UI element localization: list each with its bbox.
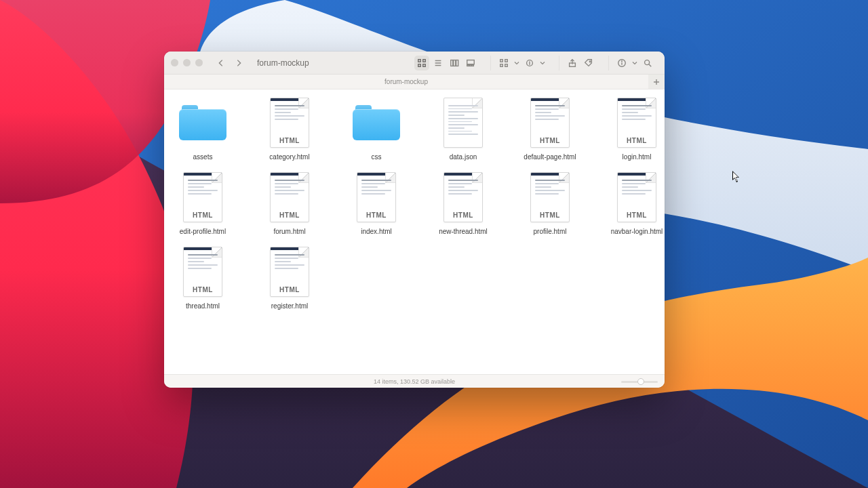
list-view-button[interactable] — [431, 56, 446, 70]
window-title: forum-mockup — [257, 58, 309, 68]
svg-rect-14 — [472, 64, 474, 66]
folder-item[interactable]: assets — [170, 96, 236, 161]
chevron-down-icon[interactable] — [513, 56, 521, 70]
item-label: data.json — [450, 153, 477, 161]
file-item[interactable]: HTMLlogin.html — [604, 96, 665, 161]
item-label: profile.html — [534, 228, 567, 236]
item-label: css — [372, 153, 382, 161]
item-label: assets — [193, 153, 213, 161]
file-icon — [437, 96, 490, 149]
item-label: index.html — [361, 228, 392, 236]
minimize-button[interactable] — [183, 59, 191, 66]
svg-rect-13 — [469, 64, 471, 66]
file-icon: HTML — [263, 171, 316, 224]
file-icon: HTML — [610, 96, 663, 149]
window-controls — [171, 59, 203, 66]
view-switcher — [412, 56, 481, 70]
svg-rect-12 — [467, 64, 469, 66]
tag-button[interactable] — [581, 56, 596, 70]
file-item[interactable]: HTMLcategory.html — [256, 96, 323, 161]
svg-rect-8 — [451, 60, 453, 66]
tab-current[interactable]: forum-mockup — [164, 75, 648, 89]
icon-size-slider[interactable] — [621, 378, 658, 386]
file-icon: HTML — [176, 245, 229, 298]
status-text: 14 items, 130.52 GB available — [374, 378, 455, 385]
svg-rect-4 — [423, 64, 426, 66]
svg-rect-15 — [500, 59, 503, 62]
file-item[interactable]: HTMLindex.html — [343, 171, 410, 236]
finder-window: forum-mockup — [164, 52, 665, 388]
status-bar: 14 items, 130.52 GB available — [164, 374, 665, 388]
back-button[interactable] — [214, 56, 229, 70]
group-by-button[interactable] — [496, 56, 511, 70]
folder-icon — [176, 96, 229, 149]
svg-rect-9 — [454, 60, 456, 66]
file-item[interactable]: HTMLdefault-page.html — [517, 96, 583, 161]
tab-bar: forum-mockup — [164, 75, 665, 89]
svg-line-28 — [649, 64, 652, 66]
file-icon: HTML — [610, 171, 663, 224]
file-item[interactable]: HTMLforum.html — [256, 171, 323, 236]
file-icon: HTML — [176, 171, 229, 224]
file-icon: HTML — [524, 96, 576, 149]
column-view-button[interactable] — [447, 56, 462, 70]
file-icon: HTML — [437, 171, 490, 224]
forward-button[interactable] — [231, 56, 246, 70]
folder-icon — [350, 96, 403, 149]
svg-rect-17 — [500, 64, 503, 66]
file-item[interactable]: HTMLregister.html — [256, 245, 323, 310]
svg-rect-1 — [418, 59, 421, 62]
chevron-down-icon[interactable] — [631, 56, 639, 70]
file-icon: HTML — [263, 245, 316, 298]
item-label: thread.html — [186, 302, 220, 310]
folder-item[interactable]: css — [343, 96, 410, 161]
close-button[interactable] — [171, 59, 178, 66]
icon-view-button[interactable] — [414, 56, 429, 70]
svg-rect-10 — [456, 60, 458, 66]
file-icon: HTML — [524, 171, 576, 224]
desktop: forum-mockup — [0, 0, 868, 488]
item-label: edit-profile.html — [180, 228, 226, 236]
svg-point-26 — [622, 60, 623, 61]
file-item[interactable]: HTMLthread.html — [170, 245, 236, 310]
search-button[interactable] — [640, 56, 655, 70]
file-item[interactable]: HTMLnew-thread.html — [430, 171, 496, 236]
file-icon: HTML — [350, 171, 403, 224]
titlebar: forum-mockup — [164, 52, 665, 75]
svg-rect-16 — [505, 59, 508, 62]
info-button[interactable] — [614, 56, 629, 70]
chevron-down-icon[interactable] — [538, 56, 547, 70]
svg-rect-11 — [467, 60, 475, 64]
svg-point-27 — [645, 60, 650, 64]
file-item[interactable]: HTMLedit-profile.html — [170, 171, 236, 236]
share-button[interactable] — [565, 56, 580, 70]
item-label: forum.html — [273, 228, 305, 236]
item-label: new-thread.html — [439, 228, 488, 236]
action-menu-button[interactable] — [522, 56, 537, 70]
gallery-view-button[interactable] — [463, 56, 478, 70]
file-item[interactable]: HTMLnavbar-login.html — [604, 171, 665, 236]
file-item[interactable]: HTMLprofile.html — [517, 171, 583, 236]
svg-rect-2 — [423, 59, 426, 62]
file-icon: HTML — [263, 96, 316, 149]
item-label: default-page.html — [524, 153, 576, 161]
new-tab-button[interactable] — [648, 75, 665, 89]
file-grid-area[interactable]: assetsHTMLcategory.htmlcssdata.jsonHTMLd… — [164, 89, 665, 374]
file-item[interactable]: data.json — [430, 96, 496, 161]
item-label: navbar-login.html — [611, 228, 663, 236]
item-label: category.html — [269, 153, 309, 161]
svg-rect-18 — [505, 64, 508, 66]
zoom-button[interactable] — [195, 59, 203, 66]
item-label: register.html — [271, 302, 308, 310]
item-label: login.html — [623, 153, 652, 161]
svg-point-23 — [589, 60, 591, 62]
svg-rect-3 — [418, 64, 421, 66]
